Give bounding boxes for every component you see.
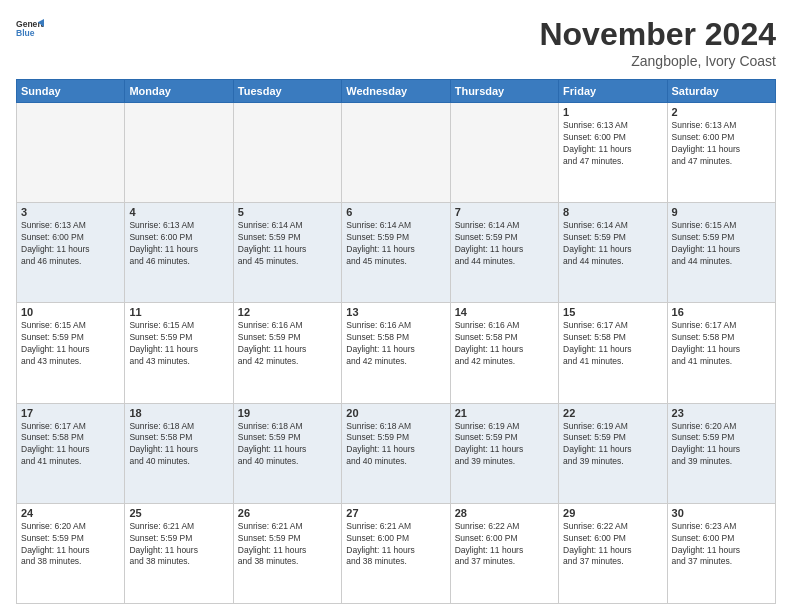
day-number: 14: [455, 306, 554, 318]
day-info: Sunrise: 6:19 AM Sunset: 5:59 PM Dayligh…: [455, 421, 554, 469]
table-row: 27Sunrise: 6:21 AM Sunset: 6:00 PM Dayli…: [342, 503, 450, 603]
calendar-page: General Blue November 2024 Zangbople, Iv…: [0, 0, 792, 612]
day-info: Sunrise: 6:13 AM Sunset: 6:00 PM Dayligh…: [129, 220, 228, 268]
day-number: 13: [346, 306, 445, 318]
day-number: 27: [346, 507, 445, 519]
calendar-week-row: 24Sunrise: 6:20 AM Sunset: 5:59 PM Dayli…: [17, 503, 776, 603]
header: General Blue November 2024 Zangbople, Iv…: [16, 16, 776, 69]
day-number: 9: [672, 206, 771, 218]
day-info: Sunrise: 6:13 AM Sunset: 6:00 PM Dayligh…: [21, 220, 120, 268]
day-info: Sunrise: 6:15 AM Sunset: 5:59 PM Dayligh…: [672, 220, 771, 268]
day-number: 24: [21, 507, 120, 519]
table-row: 30Sunrise: 6:23 AM Sunset: 6:00 PM Dayli…: [667, 503, 775, 603]
table-row: 29Sunrise: 6:22 AM Sunset: 6:00 PM Dayli…: [559, 503, 667, 603]
table-row: [342, 103, 450, 203]
table-row: 10Sunrise: 6:15 AM Sunset: 5:59 PM Dayli…: [17, 303, 125, 403]
table-row: 13Sunrise: 6:16 AM Sunset: 5:58 PM Dayli…: [342, 303, 450, 403]
table-row: 1Sunrise: 6:13 AM Sunset: 6:00 PM Daylig…: [559, 103, 667, 203]
day-info: Sunrise: 6:13 AM Sunset: 6:00 PM Dayligh…: [563, 120, 662, 168]
table-row: 4Sunrise: 6:13 AM Sunset: 6:00 PM Daylig…: [125, 203, 233, 303]
day-info: Sunrise: 6:16 AM Sunset: 5:59 PM Dayligh…: [238, 320, 337, 368]
table-row: 22Sunrise: 6:19 AM Sunset: 5:59 PM Dayli…: [559, 403, 667, 503]
day-number: 30: [672, 507, 771, 519]
table-row: 20Sunrise: 6:18 AM Sunset: 5:59 PM Dayli…: [342, 403, 450, 503]
day-number: 6: [346, 206, 445, 218]
day-info: Sunrise: 6:22 AM Sunset: 6:00 PM Dayligh…: [455, 521, 554, 569]
svg-text:Blue: Blue: [16, 28, 35, 38]
table-row: 2Sunrise: 6:13 AM Sunset: 6:00 PM Daylig…: [667, 103, 775, 203]
day-number: 29: [563, 507, 662, 519]
day-number: 28: [455, 507, 554, 519]
day-info: Sunrise: 6:16 AM Sunset: 5:58 PM Dayligh…: [346, 320, 445, 368]
calendar-week-row: 17Sunrise: 6:17 AM Sunset: 5:58 PM Dayli…: [17, 403, 776, 503]
table-row: 9Sunrise: 6:15 AM Sunset: 5:59 PM Daylig…: [667, 203, 775, 303]
location: Zangbople, Ivory Coast: [539, 53, 776, 69]
table-row: 14Sunrise: 6:16 AM Sunset: 5:58 PM Dayli…: [450, 303, 558, 403]
table-row: 15Sunrise: 6:17 AM Sunset: 5:58 PM Dayli…: [559, 303, 667, 403]
table-row: 28Sunrise: 6:22 AM Sunset: 6:00 PM Dayli…: [450, 503, 558, 603]
day-number: 23: [672, 407, 771, 419]
day-number: 4: [129, 206, 228, 218]
day-number: 2: [672, 106, 771, 118]
table-row: 5Sunrise: 6:14 AM Sunset: 5:59 PM Daylig…: [233, 203, 341, 303]
day-number: 3: [21, 206, 120, 218]
day-info: Sunrise: 6:21 AM Sunset: 5:59 PM Dayligh…: [238, 521, 337, 569]
day-info: Sunrise: 6:14 AM Sunset: 5:59 PM Dayligh…: [346, 220, 445, 268]
table-row: [125, 103, 233, 203]
day-info: Sunrise: 6:20 AM Sunset: 5:59 PM Dayligh…: [672, 421, 771, 469]
table-row: 25Sunrise: 6:21 AM Sunset: 5:59 PM Dayli…: [125, 503, 233, 603]
day-info: Sunrise: 6:17 AM Sunset: 5:58 PM Dayligh…: [21, 421, 120, 469]
day-info: Sunrise: 6:21 AM Sunset: 5:59 PM Dayligh…: [129, 521, 228, 569]
table-row: 16Sunrise: 6:17 AM Sunset: 5:58 PM Dayli…: [667, 303, 775, 403]
day-number: 10: [21, 306, 120, 318]
weekday-header-row: Sunday Monday Tuesday Wednesday Thursday…: [17, 80, 776, 103]
table-row: 26Sunrise: 6:21 AM Sunset: 5:59 PM Dayli…: [233, 503, 341, 603]
day-number: 17: [21, 407, 120, 419]
day-info: Sunrise: 6:15 AM Sunset: 5:59 PM Dayligh…: [129, 320, 228, 368]
day-number: 5: [238, 206, 337, 218]
table-row: 3Sunrise: 6:13 AM Sunset: 6:00 PM Daylig…: [17, 203, 125, 303]
table-row: [233, 103, 341, 203]
day-info: Sunrise: 6:14 AM Sunset: 5:59 PM Dayligh…: [563, 220, 662, 268]
day-info: Sunrise: 6:15 AM Sunset: 5:59 PM Dayligh…: [21, 320, 120, 368]
day-info: Sunrise: 6:19 AM Sunset: 5:59 PM Dayligh…: [563, 421, 662, 469]
table-row: 6Sunrise: 6:14 AM Sunset: 5:59 PM Daylig…: [342, 203, 450, 303]
day-number: 20: [346, 407, 445, 419]
header-friday: Friday: [559, 80, 667, 103]
table-row: [17, 103, 125, 203]
day-info: Sunrise: 6:16 AM Sunset: 5:58 PM Dayligh…: [455, 320, 554, 368]
day-number: 12: [238, 306, 337, 318]
day-info: Sunrise: 6:18 AM Sunset: 5:59 PM Dayligh…: [346, 421, 445, 469]
day-info: Sunrise: 6:22 AM Sunset: 6:00 PM Dayligh…: [563, 521, 662, 569]
day-info: Sunrise: 6:20 AM Sunset: 5:59 PM Dayligh…: [21, 521, 120, 569]
day-info: Sunrise: 6:14 AM Sunset: 5:59 PM Dayligh…: [238, 220, 337, 268]
header-monday: Monday: [125, 80, 233, 103]
logo-icon: General Blue: [16, 16, 44, 44]
day-info: Sunrise: 6:18 AM Sunset: 5:58 PM Dayligh…: [129, 421, 228, 469]
calendar-week-row: 1Sunrise: 6:13 AM Sunset: 6:00 PM Daylig…: [17, 103, 776, 203]
table-row: 18Sunrise: 6:18 AM Sunset: 5:58 PM Dayli…: [125, 403, 233, 503]
calendar-table: Sunday Monday Tuesday Wednesday Thursday…: [16, 79, 776, 604]
table-row: 12Sunrise: 6:16 AM Sunset: 5:59 PM Dayli…: [233, 303, 341, 403]
day-info: Sunrise: 6:17 AM Sunset: 5:58 PM Dayligh…: [563, 320, 662, 368]
day-number: 19: [238, 407, 337, 419]
day-number: 15: [563, 306, 662, 318]
day-number: 22: [563, 407, 662, 419]
day-info: Sunrise: 6:18 AM Sunset: 5:59 PM Dayligh…: [238, 421, 337, 469]
table-row: 19Sunrise: 6:18 AM Sunset: 5:59 PM Dayli…: [233, 403, 341, 503]
table-row: 23Sunrise: 6:20 AM Sunset: 5:59 PM Dayli…: [667, 403, 775, 503]
day-number: 1: [563, 106, 662, 118]
header-tuesday: Tuesday: [233, 80, 341, 103]
table-row: 21Sunrise: 6:19 AM Sunset: 5:59 PM Dayli…: [450, 403, 558, 503]
header-saturday: Saturday: [667, 80, 775, 103]
day-number: 16: [672, 306, 771, 318]
table-row: 11Sunrise: 6:15 AM Sunset: 5:59 PM Dayli…: [125, 303, 233, 403]
table-row: 17Sunrise: 6:17 AM Sunset: 5:58 PM Dayli…: [17, 403, 125, 503]
title-block: November 2024 Zangbople, Ivory Coast: [539, 16, 776, 69]
day-info: Sunrise: 6:13 AM Sunset: 6:00 PM Dayligh…: [672, 120, 771, 168]
calendar-week-row: 10Sunrise: 6:15 AM Sunset: 5:59 PM Dayli…: [17, 303, 776, 403]
header-wednesday: Wednesday: [342, 80, 450, 103]
day-number: 8: [563, 206, 662, 218]
calendar-week-row: 3Sunrise: 6:13 AM Sunset: 6:00 PM Daylig…: [17, 203, 776, 303]
day-info: Sunrise: 6:17 AM Sunset: 5:58 PM Dayligh…: [672, 320, 771, 368]
